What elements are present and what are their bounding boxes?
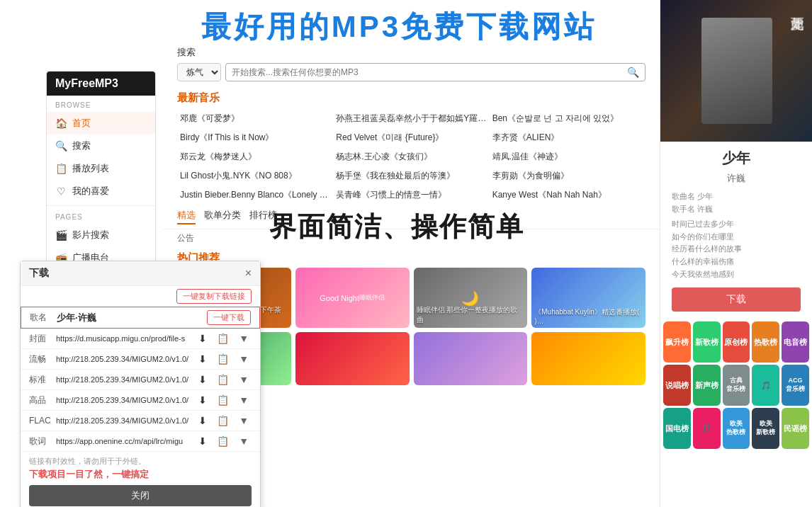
sidebar-video-label: 影片搜索 [72,229,109,241]
sidebar-item-home[interactable]: 🏠 首页 [47,112,155,135]
download-lyrics-btn[interactable]: ⬇ [196,434,210,448]
dialog-header: 下载 × [21,261,260,286]
thumb-item-2[interactable]: Good Night睡眠伴侣 [295,268,410,328]
list-item[interactable]: 李剪勋《为食明偏》 [490,166,645,186]
search-button[interactable]: 🔍 [627,67,639,78]
chart-tile-hot[interactable]: 热歌榜 [752,321,779,363]
download-std-btn[interactable]: ⬇ [196,372,210,387]
list-item[interactable]: 邓鹿《可爱梦》 [177,109,333,128]
row-label-flac: FLAC [29,416,52,426]
chart-tile-original[interactable]: 原创榜 [723,321,750,363]
list-item[interactable]: 郑云龙《梅梦迷人》 [177,147,333,166]
thumb-caption-4: 《Muhabbat Kuylin》精选番播放( )… [534,307,643,325]
right-panel: 愛如此下 少年 许巍 歌曲名 少年 歌手名 许巍 时间已过去多少年 如今的你们在… [660,0,812,507]
browse-label: BROWSE [47,96,155,112]
album-cover: 愛如此下 [660,0,812,142]
tab-category[interactable]: 歌单分类 [204,209,241,224]
download-flac-btn[interactable]: ⬇ [196,414,210,428]
list-item[interactable]: 孙燕王祖蓝吴磊幸然小于于都如嫣Y羅匯《马鹿道》(… [333,109,489,128]
download-hq-btn[interactable]: ⬇ [196,393,210,407]
dialog-row-hq: 高品 http://218.205.239.34/MIGUM2.0/v1.0/ … [21,390,260,411]
thumb-item-6[interactable] [295,332,410,385]
chart-tile-newvoice[interactable]: 新声榜 [693,365,721,406]
list-item[interactable]: 靖凤.温佳《神迹》 [490,147,645,166]
chart-tile-western-new[interactable]: 欧美新歌榜 [752,408,779,449]
one-click-download-button[interactable]: 一键下载 [207,310,251,325]
sidebar-search-label: 搜索 [72,139,91,152]
chart-tile-acg[interactable]: ACG音乐榜 [782,365,809,406]
dialog-row-lq: 流畅 http://218.205.239.34/MIGUM2.0/v1.0/ … [21,349,260,370]
more-flac-btn[interactable]: ▼ [236,414,252,428]
song-meta-line1: 歌曲名 少年 [672,190,801,203]
more-std-btn[interactable]: ▼ [236,372,252,387]
list-item[interactable]: 杨志林.王心凌《女孩们》 [333,147,489,166]
copy-lq-btn[interactable]: 📋 [214,352,232,366]
chart-tile-flying[interactable]: 飙升榜 [663,321,691,363]
row-label-song: 歌名 [30,312,52,324]
thumb-item-7[interactable] [414,332,528,385]
more-cover-btn[interactable]: ▼ [236,331,252,346]
song-meta: 歌曲名 少年 歌手名 许巍 时间已过去多少年 如今的你们在哪里 经历着什么样的故… [672,190,801,280]
more-hq-btn[interactable]: ▼ [236,393,252,407]
list-item[interactable]: Lil Ghost小鬼.NYK《NO 808》 [177,166,333,186]
sidebar-item-playlist[interactable]: 📋 播放列表 [47,157,155,180]
dialog-row-song: 歌名 少年·许巍 一键下载 [21,307,260,329]
thumb-item-8[interactable] [531,332,645,385]
row-value-cover: https://d.musicapp.migu.cn/prod/file-s [56,334,191,343]
copy-link-button[interactable]: 一键复制下载链接 [176,289,252,304]
copy-flac-btn[interactable]: 📋 [214,414,232,428]
list-item[interactable]: Justin Bieber.Benny Blanco《Lonely (Expli… [177,186,333,205]
sidebar: MyFreeMP3 BROWSE 🏠 首页 🔍 搜索 📋 播放列表 ♡ 我的喜爱… [46,71,156,292]
download-lq-btn[interactable]: ⬇ [196,352,210,366]
dialog-close-x[interactable]: × [245,267,252,280]
list-item[interactable]: 杨手堡《我在独处最后的等澳》 [333,166,489,186]
sidebar-item-favorites[interactable]: ♡ 我的喜爱 [47,180,155,203]
list-item[interactable]: 吴青峰《习惯上的情意一情》 [333,186,489,205]
song-desc-text: 时间已过去多少年 如今的你们在哪里 经历着什么样的故事 什么样的幸福伤痛 今天我… [672,218,801,280]
right-download-button[interactable]: 下载 [672,287,801,312]
source-select[interactable]: 炼气 [177,63,221,81]
search-input[interactable] [232,67,627,77]
chart-tiles-grid: 飙升榜 新歌榜 原创榜 热歌榜 电音榜 说唱榜 新声榜 古典音乐榜 🎵 ACG音… [660,319,812,449]
heart-icon: ♡ [55,186,67,197]
copy-lyrics-btn[interactable]: 📋 [214,434,232,448]
chart-tile-music-note[interactable]: 🎵 [693,408,721,449]
sidebar-item-video[interactable]: 🎬 影片搜索 [47,224,155,246]
row-value-lyrics: https://app.onenine.cc/m/api/lrc/migu [56,437,191,445]
dialog-row-cover: 封面 https://d.musicapp.migu.cn/prod/file-… [21,329,260,349]
copy-std-btn[interactable]: 📋 [214,372,232,387]
thumb-item-4[interactable]: 《Muhabbat Kuylin》精选番播放( )… [531,268,645,328]
download-cover-btn[interactable]: ⬇ [196,331,210,346]
chart-tile-national[interactable]: 国电榜 [663,408,691,449]
notice-label: 公告 [177,233,194,243]
copy-cover-btn[interactable]: 📋 [214,331,232,346]
thumb-item-3[interactable]: 🌙 睡眠伴侣 那些你一整夜播放的歌曲 [414,268,528,328]
chart-tile-tiktok[interactable]: 🎵 [752,365,779,406]
chart-tile-rap[interactable]: 说唱榜 [663,365,691,406]
dialog-footer: 链接有时效性，请勿用于于外链。 下载项目一目了然，一键搞定 关闭 [21,452,260,507]
new-music-title: 最新音乐 [163,87,660,109]
row-value-std: http://218.205.239.34/MIGUM2.0/v1.0/ [56,375,191,384]
row-label-lyrics: 歌词 [29,435,52,448]
row-label-hq: 高品 [29,394,52,406]
copy-hq-btn[interactable]: 📋 [214,393,232,407]
more-lq-btn[interactable]: ▼ [236,352,252,366]
dialog-close-button[interactable]: 关闭 [29,485,252,506]
row-value-lq: http://218.205.239.34/MIGUM2.0/v1.0/ [56,355,191,363]
chart-tile-new[interactable]: 新歌榜 [693,321,721,363]
chart-tile-electronic[interactable]: 电音榜 [782,321,809,363]
list-item[interactable]: Birdy《If This is it Now》 [177,128,333,147]
more-lyrics-btn[interactable]: ▼ [236,434,252,448]
dialog-row-lyrics: 歌词 https://app.onenine.cc/m/api/lrc/migu… [21,431,260,452]
list-item[interactable]: 李齐贤《ALIEN》 [490,128,645,147]
chart-tile-classical[interactable]: 古典音乐榜 [723,365,750,406]
list-item[interactable]: Kanye West《Nah Nah Nah》 [490,186,645,205]
list-item[interactable]: Red Velvet《미래 {Future}》 [333,128,489,147]
subtitle-text: 界面简洁、操作简单 [269,209,524,245]
chart-tile-folk[interactable]: 民谣榜 [782,408,809,449]
sidebar-item-search[interactable]: 🔍 搜索 [47,135,155,157]
tab-selected[interactable]: 精选 [177,209,196,224]
chart-tile-western-hot[interactable]: 欧美热歌榜 [723,408,750,449]
list-item[interactable]: Ben《순발로 넌 고 자리에 있었》 [490,109,645,128]
sidebar-playlist-label: 播放列表 [72,162,109,175]
